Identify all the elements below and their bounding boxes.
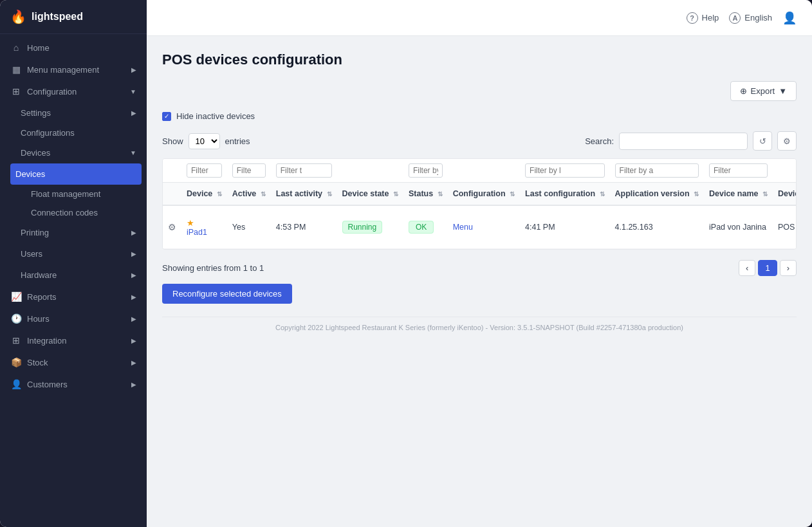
help-button[interactable]: ? Help (687, 12, 719, 24)
sidebar-item-reports[interactable]: 📈 Reports ▶ (0, 286, 147, 308)
th-active[interactable]: Active ⇅ (227, 183, 271, 206)
th-device-state[interactable]: Device state ⇅ (337, 183, 403, 206)
config-icon: ⊞ (10, 86, 22, 97)
sidebar-item-label: Users (21, 249, 42, 259)
filter-row: - No filter - (163, 159, 797, 183)
language-button[interactable]: A English (729, 12, 772, 24)
sidebar-item-integration[interactable]: ⊞ Integration ▶ (0, 329, 147, 351)
th-last-activity[interactable]: Last activity ⇅ (271, 183, 337, 206)
sidebar-item-configurations[interactable]: Configurations (0, 124, 147, 142)
filter-cell-checkbox (163, 159, 181, 183)
settings-button[interactable]: ⚙ (777, 131, 797, 151)
copyright-text: Copyright 2022 Lightspeed Restaurant K S… (275, 324, 683, 331)
export-button[interactable]: ⊕ Export ▼ (730, 81, 797, 101)
show-entries: Show 10 25 50 entries (162, 133, 250, 149)
chevron-right-icon: ▶ (131, 337, 136, 344)
sidebar-item-float-management[interactable]: Float management (0, 185, 147, 203)
device-name-link[interactable]: iPad1 (187, 228, 207, 237)
export-icon: ⊕ (740, 86, 747, 96)
th-configuration[interactable]: Configuration ⇅ (448, 183, 520, 206)
sidebar-item-home[interactable]: ⌂ Home (0, 37, 147, 59)
sidebar-item-configuration[interactable]: ⊞ Configuration ▼ (0, 80, 147, 102)
row-device-state: Running (337, 205, 403, 249)
export-label: Export (751, 86, 775, 96)
filter-cell-appver (610, 159, 704, 183)
sidebar-item-connection-codes[interactable]: Connection codes (0, 203, 147, 222)
chevron-right-icon: ▶ (131, 66, 136, 73)
sort-icon: ⇅ (327, 190, 332, 198)
next-page-button[interactable]: › (780, 260, 797, 276)
language-icon: A (729, 12, 741, 24)
filter-cell-devname (704, 159, 773, 183)
entries-label: entries (225, 136, 250, 146)
sidebar-item-settings[interactable]: Settings ▶ (0, 102, 147, 124)
filter-cell-active (227, 159, 271, 183)
th-last-config[interactable]: Last configuration ⇅ (520, 183, 610, 206)
filter-devname-input[interactable] (709, 163, 768, 178)
filter-cell-devtype (773, 159, 797, 183)
sidebar-item-label: Printing (21, 228, 49, 237)
user-button[interactable]: 👤 (782, 11, 797, 25)
hide-inactive-label: Hide inactive devices (176, 111, 255, 121)
th-device-type[interactable]: Device type ⇅ (773, 183, 797, 206)
filter-appver-input[interactable] (615, 163, 699, 178)
filter-device-input[interactable] (187, 163, 222, 178)
devices-table: - No filter - Device ⇅ Active ⇅ Last act… (163, 159, 797, 249)
search-label: Search: (585, 136, 614, 146)
row-settings[interactable]: ⚙ (163, 205, 181, 249)
help-label: Help (702, 13, 719, 23)
sidebar-item-label: Devices (21, 148, 50, 158)
reconfigure-button-area: Reconfigure selected devices (162, 276, 797, 304)
sidebar-item-label: Hours (27, 314, 50, 324)
sidebar-item-label: Hardware (21, 270, 57, 280)
th-status[interactable]: Status ⇅ (403, 183, 448, 206)
filter-lastconfig-input[interactable] (525, 163, 605, 178)
menu-icon: ▦ (10, 64, 22, 75)
devices-table-container: - No filter - Device ⇅ Active ⇅ Last act… (162, 158, 797, 250)
chevron-down-icon: ▼ (130, 88, 136, 95)
sidebar-item-label: Devices (15, 169, 45, 179)
logo: 🔥 lightspeed (0, 0, 147, 34)
sidebar-item-printing[interactable]: Printing ▶ (0, 222, 147, 243)
filter-cell-device (181, 159, 227, 183)
sidebar-item-devices[interactable]: Devices (10, 163, 142, 185)
filter-status-input[interactable] (409, 163, 443, 178)
sidebar-item-customers[interactable]: 👤 Customers ▶ (0, 373, 147, 395)
current-page-button[interactable]: 1 (758, 260, 777, 276)
th-device-name[interactable]: Device name ⇅ (704, 183, 773, 206)
pagination: ‹ 1 › (739, 260, 797, 276)
reconfigure-button[interactable]: Reconfigure selected devices (162, 284, 292, 304)
sort-icon: ⇅ (393, 190, 398, 198)
sidebar-item-hours[interactable]: 🕐 Hours ▶ (0, 308, 147, 329)
filter-active-input[interactable] (232, 163, 266, 178)
th-app-version[interactable]: Application version ⇅ (610, 183, 704, 206)
sidebar-item-label: Stock (27, 358, 48, 367)
sidebar-item-stock[interactable]: 📦 Stock ▶ (0, 351, 147, 373)
refresh-button[interactable]: ↺ (753, 131, 772, 151)
configuration-link[interactable]: Menu (453, 223, 473, 232)
hide-inactive-checkbox[interactable]: ✓ (162, 112, 171, 121)
row-device-type: POS (773, 205, 797, 249)
sidebar-item-devices-group[interactable]: Devices ▼ (0, 142, 147, 163)
header-row: Device ⇅ Active ⇅ Last activity ⇅ Device… (163, 183, 797, 206)
prev-page-button[interactable]: ‹ (739, 260, 755, 276)
sort-icon: ⇅ (694, 190, 699, 198)
sidebar-item-menu-management[interactable]: ▦ Menu management ▶ (0, 59, 147, 80)
refresh-icon: ↺ (759, 136, 766, 146)
search-input[interactable] (619, 133, 748, 150)
chevron-right-icon: ▶ (131, 293, 136, 300)
reports-icon: 📈 (10, 291, 22, 302)
filter-activity-input[interactable] (276, 163, 332, 178)
sidebar-item-label: Home (27, 43, 50, 53)
export-toolbar: ⊕ Export ▼ (162, 81, 797, 101)
filter-cell-status (403, 159, 448, 183)
th-device[interactable]: Device ⇅ (181, 183, 227, 206)
export-dropdown-icon: ▼ (779, 86, 787, 96)
sidebar-item-hardware[interactable]: Hardware ▶ (0, 264, 147, 286)
row-configuration: Menu (448, 205, 520, 249)
star-icon: ★ (187, 219, 194, 228)
sidebar-item-label: Reports (27, 292, 57, 302)
sidebar-item-users[interactable]: Users ▶ (0, 243, 147, 264)
entries-select[interactable]: 10 25 50 (189, 133, 220, 149)
sort-icon: ⇅ (762, 190, 768, 198)
